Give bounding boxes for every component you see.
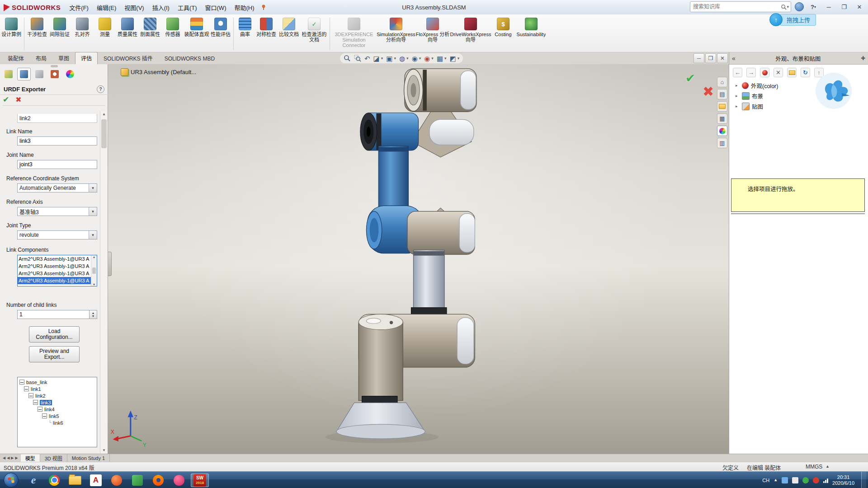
menu-tools[interactable]: 工具(T) — [174, 1, 201, 14]
tool-hole-alignment[interactable]: 孔对齐 — [71, 16, 94, 37]
joint-type-dropdown[interactable]: revolute▾ — [17, 230, 97, 239]
tool-driveworksxpress[interactable]: DriveWorksXpress 向导 — [450, 16, 491, 42]
view-settings-icon[interactable]: ◩ — [450, 55, 456, 62]
component-item[interactable]: Arm2^UR3 Assembly-1@UR3 A — [18, 263, 91, 270]
joint-name-field[interactable] — [17, 160, 97, 169]
refresh-icon[interactable]: ↻ — [801, 68, 810, 77]
link-tree[interactable]: base_link link1 link2 link3 link4 link5 … — [17, 377, 97, 447]
tool-mass-properties[interactable]: 质量属性 — [116, 16, 139, 37]
forward-icon[interactable]: → — [746, 68, 756, 77]
hide-show-caret-icon[interactable]: ▾ — [419, 56, 421, 61]
expander-icon[interactable]: ▸ — [736, 94, 740, 98]
panel-splitter-grip[interactable] — [108, 252, 112, 276]
help-button[interactable]: ?▾ — [807, 2, 819, 12]
maximize-button[interactable]: ❐ — [838, 2, 850, 12]
featuremanager-tab[interactable] — [2, 68, 15, 80]
panel-scrollbar[interactable]: ▲ ▼ — [100, 111, 108, 454]
tray-icon-white[interactable] — [792, 477, 798, 483]
tool-measure[interactable]: 测量 — [94, 16, 116, 37]
hide-show-icon[interactable]: ◉ — [412, 55, 418, 62]
knowledge-search[interactable]: ▾ — [690, 1, 791, 12]
resources-home-icon[interactable]: ⌂ — [717, 77, 727, 87]
taskbar-firefox[interactable] — [149, 474, 167, 487]
last-tab-icon[interactable]: ▶ — [15, 456, 18, 460]
taskbar-solidworks[interactable]: SW 2018 — [191, 474, 209, 487]
collapse-toggle[interactable] — [24, 386, 29, 391]
link-components-list[interactable]: Arm2^UR3 Assembly-1@UR3 A Arm2^UR3 Assem… — [17, 255, 97, 286]
tab-assembly[interactable]: 装配体 — [2, 52, 30, 64]
ref-coord-dropdown[interactable]: Automatically Generate▾ — [17, 183, 97, 192]
prev-tab-icon[interactable]: ◀ — [7, 456, 9, 460]
display-style-icon[interactable]: ◍ — [399, 55, 405, 62]
tree-node[interactable]: link6 — [53, 420, 63, 426]
component-item[interactable]: Arm2^UR3 Assembly-1@UR3 A — [18, 270, 91, 277]
file-explorer-icon[interactable] — [717, 101, 727, 112]
design-library-icon[interactable]: ▤ — [717, 89, 727, 99]
tool-curvature[interactable]: 曲率 — [235, 16, 255, 37]
pin-pane-icon[interactable]: ✚ — [861, 55, 865, 61]
appearance-ball-icon[interactable] — [760, 68, 769, 77]
tool-check-active-document[interactable]: ✓检查激活的文档 — [300, 16, 328, 42]
scene-caret-icon[interactable]: ▾ — [444, 56, 447, 61]
display-style-caret-icon[interactable]: ▾ — [406, 56, 409, 61]
zoom-area-icon[interactable] — [354, 55, 361, 62]
taskbar-chrome[interactable] — [45, 474, 63, 487]
menu-window[interactable]: 窗口(W) — [201, 1, 231, 14]
dropdown-caret-icon[interactable]: ▾ — [89, 207, 97, 216]
tray-icon-red[interactable] — [813, 477, 819, 483]
expander-icon[interactable]: ▸ — [736, 104, 740, 108]
show-desktop-button[interactable] — [861, 472, 866, 488]
menu-insert[interactable]: 插入(I) — [148, 1, 174, 14]
scrolled-field[interactable]: link2 — [17, 114, 97, 123]
collapse-toggle[interactable] — [19, 380, 24, 385]
cancel-x-icon[interactable]: ✖ — [703, 85, 714, 99]
tree-node[interactable]: link1 — [31, 386, 41, 392]
tool-assembly-visualization[interactable]: 装配体直观 — [184, 16, 209, 37]
panel-grip[interactable] — [51, 65, 58, 67]
search-icon[interactable] — [781, 4, 787, 10]
expander-icon[interactable]: ▸ — [736, 84, 740, 88]
taskbar-explorer[interactable] — [66, 474, 84, 487]
dropdown-caret-icon[interactable]: ▾ — [89, 184, 97, 192]
link-name-input[interactable] — [18, 138, 97, 144]
tool-floxpress[interactable]: FloXpress 分析向导 — [415, 16, 450, 42]
dropdown-caret-icon[interactable]: ▾ — [89, 231, 97, 239]
back-icon[interactable]: ← — [733, 68, 742, 77]
link-name-field[interactable] — [17, 136, 97, 145]
joint-name-input[interactable] — [18, 161, 97, 168]
tool-clearance-verify[interactable]: 间隙验证 — [48, 16, 71, 37]
preview-export-button[interactable]: Preview and Export... — [29, 346, 80, 362]
next-tab-icon[interactable]: ▶ — [11, 456, 14, 460]
menu-file[interactable]: 文件(F) — [65, 1, 93, 14]
view-settings-caret-icon[interactable]: ▾ — [458, 56, 460, 61]
cloud-upload-icon[interactable]: ↑ — [769, 13, 783, 26]
collapse-pane-icon[interactable]: « — [732, 55, 736, 62]
appearances-tab-icon[interactable] — [717, 126, 727, 136]
tree-node[interactable]: link5 — [49, 413, 59, 419]
confirm-check-icon[interactable]: ✔ — [685, 72, 695, 84]
panel-help-icon[interactable]: ? — [97, 85, 104, 93]
tool-sustainability[interactable]: Sustainability — [515, 16, 547, 37]
search-caret-icon[interactable]: ▾ — [787, 5, 789, 9]
menu-pin-icon[interactable] — [260, 4, 267, 10]
tree-node[interactable]: link4 — [44, 407, 55, 412]
tool-interference-check[interactable]: 干涉检查 — [26, 16, 48, 37]
tool-symmetry-check[interactable]: 对称检查 — [255, 16, 278, 37]
close-button[interactable]: ✕ — [854, 2, 865, 12]
component-item-selected[interactable]: Arm2^UR3 Assembly-1@UR3 A — [18, 277, 91, 284]
view-orientation-icon[interactable]: ▣ — [386, 55, 392, 62]
tree-node[interactable]: link2 — [35, 393, 46, 399]
collapse-toggle[interactable] — [42, 413, 47, 418]
ur3-robot-model[interactable]: Z X Y — [108, 64, 729, 454]
tab-sw-addins[interactable]: SOLIDWORKS 插件 — [98, 52, 159, 64]
taskbar-green-app[interactable] — [128, 474, 146, 487]
menu-help[interactable]: 帮助(H) — [230, 1, 258, 14]
search-input[interactable] — [692, 3, 781, 10]
tray-icon-blue[interactable] — [782, 477, 788, 483]
tree-node-selected[interactable]: link3 — [40, 400, 52, 405]
edit-appearance-caret-icon[interactable]: ▾ — [431, 56, 434, 61]
collapse-toggle[interactable] — [33, 400, 38, 405]
tool-compare-documents[interactable]: 比较文档 — [278, 16, 300, 37]
taskbar-pink-app[interactable] — [170, 474, 188, 487]
tray-icon-green[interactable] — [802, 477, 809, 483]
